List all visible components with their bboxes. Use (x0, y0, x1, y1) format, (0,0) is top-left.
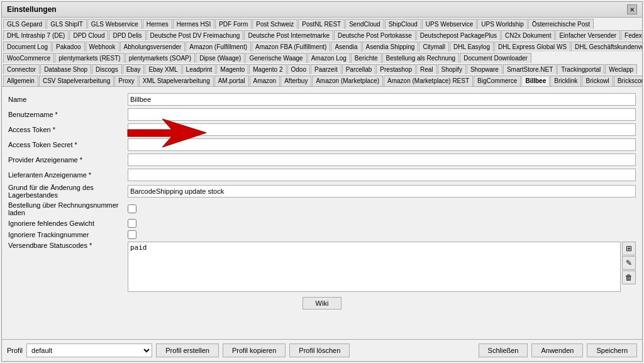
ignore-weight-checkbox[interactable] (128, 219, 136, 228)
save-button[interactable]: Speichern (587, 343, 637, 357)
wiki-button[interactable]: Wiki (303, 297, 342, 310)
tab-dipse-waage[interactable]: Dipse (Waage) (196, 53, 245, 63)
edit-status-button[interactable]: ✎ (622, 256, 636, 270)
tab-sterreichische-post[interactable]: Österreichische Post (528, 19, 594, 29)
tab-trackingportal[interactable]: Trackingportal (557, 64, 604, 74)
tab-magento[interactable]: Magento (216, 64, 248, 74)
tab-dhl-intraship-7-de[interactable]: DHL Intraship 7 (DE) (3, 30, 69, 40)
tab-deutschepost-packageplus[interactable]: Deutschepost PackagePlus (416, 30, 501, 40)
tab-bricklink[interactable]: Bricklink (550, 75, 581, 86)
tab-amazon[interactable]: Amazon (250, 75, 280, 86)
tab-ebay[interactable]: Ebay (123, 64, 145, 74)
tab-plentymarkets-soap[interactable]: plentymarkets (SOAP) (125, 53, 195, 63)
tab-hermes[interactable]: Hermes (143, 19, 172, 29)
tab-sendcloud[interactable]: SendCloud (345, 19, 384, 29)
access-token-input[interactable] (128, 123, 636, 136)
tab-amportal[interactable]: AM.portal (214, 75, 249, 86)
tab-asendia-shipping[interactable]: Asendia Shipping (362, 42, 419, 52)
add-status-button[interactable]: ⊞ (622, 242, 636, 255)
stock-change-input[interactable] (128, 185, 636, 198)
tab-asendia[interactable]: Asendia (331, 42, 361, 52)
tab-dhl-express-global-ws[interactable]: DHL Express Global WS (494, 42, 570, 52)
tab-magento-2[interactable]: Magento 2 (249, 64, 286, 74)
tab-pdf-form[interactable]: PDF Form (215, 19, 252, 29)
tab-cn2x-dokument[interactable]: CN2x Dokument (501, 30, 555, 40)
tab-weclapp[interactable]: Weclapp (605, 64, 637, 74)
tab-document-downloader[interactable]: Document Downloader (460, 53, 531, 63)
tab-gls-gepard[interactable]: GLS Gepard (3, 19, 46, 29)
tab-leadprint[interactable]: Leadprint (182, 64, 216, 74)
tab-dhl-geschftskundenversand[interactable]: DHL Geschäftskundenversand (571, 42, 642, 52)
tab-ups-worldship[interactable]: UPS Worldship (477, 19, 528, 29)
provider-name-input[interactable] (128, 154, 636, 166)
tab-amazon-fba-fulfillment[interactable]: Amazon FBA (Fulfillment) (252, 42, 330, 52)
tab-billbee[interactable]: Billbee (521, 75, 550, 86)
tab-webhook[interactable]: Webhook (86, 42, 119, 52)
access-token-secret-input[interactable] (128, 138, 636, 151)
tab-dhl-easylog[interactable]: DHL Easylog (450, 42, 494, 52)
tab-shopware[interactable]: Shopware (467, 64, 502, 74)
status-codes-textarea[interactable]: paid (128, 242, 621, 292)
tab-plentymarkets-rest[interactable]: plentymarkets (REST) (55, 53, 124, 63)
tab-shopify[interactable]: Shopify (438, 64, 466, 74)
delete-profile-button[interactable]: Profil löschen (289, 343, 350, 357)
close-button[interactable]: ✕ (627, 4, 637, 14)
apply-button[interactable]: Anwenden (531, 343, 583, 357)
tab-postnl-rest[interactable]: PostNL REST (298, 19, 345, 29)
tab-amazon-marketplace-rest[interactable]: Amazon (Marketplace) REST (384, 75, 473, 86)
order-invoice-checkbox[interactable] (128, 204, 136, 213)
tab-woocommerce[interactable]: WooCommerce (3, 53, 54, 63)
tab-generische-waage[interactable]: Generische Waage (245, 53, 306, 63)
tab-database-shop[interactable]: Database Shop (40, 64, 91, 74)
tab-afterbuy[interactable]: Afterbuy (280, 75, 311, 86)
tab-amazon-marketplace[interactable]: Amazon (Marketplace) (312, 75, 383, 86)
tab-ebay-xml[interactable]: Ebay XML (145, 64, 181, 74)
tab-document-log[interactable]: Document Log (3, 42, 52, 52)
tab-xml-stapelverarbeitung[interactable]: XML Stapelverarbeitung (139, 75, 214, 86)
tab-smartstorenet[interactable]: SmartStore.NET (503, 64, 557, 74)
tab-pakadoo[interactable]: Pakadoo (52, 42, 84, 52)
tab-deutsche-post-internetmarke[interactable]: Deutsche Post Internetmarke (244, 30, 333, 40)
tab-brickscout[interactable]: Brickscout (614, 75, 642, 86)
tab-connector[interactable]: Connector (3, 64, 40, 74)
username-input[interactable] (128, 108, 636, 121)
tab-bestellung-als-rechnung[interactable]: Bestellung als Rechnung (382, 53, 460, 63)
tab-paarzeit[interactable]: Paarzeit (311, 64, 341, 74)
tab-gls-webservice[interactable]: GLS Webservice (87, 19, 142, 29)
tab-post-schweiz[interactable]: Post Schweiz (252, 19, 297, 29)
tab-gls-shipit[interactable]: GLS ShipIT (47, 19, 87, 29)
tab-ups-webservice[interactable]: UPS Webservice (422, 19, 477, 29)
profile-select[interactable]: default (26, 343, 152, 357)
copy-profile-button[interactable]: Profil kopieren (223, 343, 286, 357)
tab-amazon-log[interactable]: Amazon Log (308, 53, 350, 63)
tab-brickowl[interactable]: Brickowl (582, 75, 613, 86)
tab-shipcloud[interactable]: ShipCloud (385, 19, 421, 29)
tab-berichte[interactable]: Berichte (351, 53, 382, 63)
tab-bigcommerce[interactable]: BigCommerce (474, 75, 521, 86)
tab-dpd-delis[interactable]: DPD Delis (109, 30, 145, 40)
tab-citymall[interactable]: Citymall (419, 42, 449, 52)
tab-fedex-webservice[interactable]: Fedex Webservice (621, 30, 642, 40)
tab-odoo[interactable]: Odoo (287, 64, 310, 74)
supplier-name-input[interactable] (128, 169, 636, 181)
tab-discogs[interactable]: Discogs (92, 64, 122, 74)
tab-dpd-cloud[interactable]: DPD Cloud (69, 30, 108, 40)
tab-abholungsversender[interactable]: Abholungsversender (120, 42, 186, 52)
tab-csv-stapelverarbeitung[interactable]: CSV Stapelverarbeitung (39, 75, 114, 86)
tab-einfacher-versender[interactable]: Einfacher Versender (555, 30, 620, 40)
tab-hermes-hsi[interactable]: Hermes HSI (173, 19, 214, 29)
tab-amazon-fulfillment[interactable]: Amazon (Fulfillment) (186, 42, 251, 52)
supplier-name-label: Lieferanten Anzeigename * (8, 171, 128, 179)
create-profile-button[interactable]: Profil erstellen (156, 343, 219, 357)
delete-status-button[interactable]: 🗑 (622, 271, 636, 284)
tab-deutsche-post-portokasse[interactable]: Deutsche Post Portokasse (334, 30, 416, 40)
tab-parcellab[interactable]: Parcellab (342, 64, 376, 74)
tab-proxy[interactable]: Proxy (114, 75, 138, 86)
tab-deutsche-post-dv-freimachung[interactable]: Deutsche Post DV Freimachung (147, 30, 244, 40)
ignore-tracking-checkbox[interactable] (128, 230, 136, 239)
close-button[interactable]: Schließen (479, 343, 528, 357)
tab-prestashop[interactable]: Prestashop (376, 64, 416, 74)
tab-real[interactable]: Real (416, 64, 437, 74)
name-input[interactable] (128, 93, 636, 106)
tab-allgemein[interactable]: Allgemein (3, 75, 38, 86)
